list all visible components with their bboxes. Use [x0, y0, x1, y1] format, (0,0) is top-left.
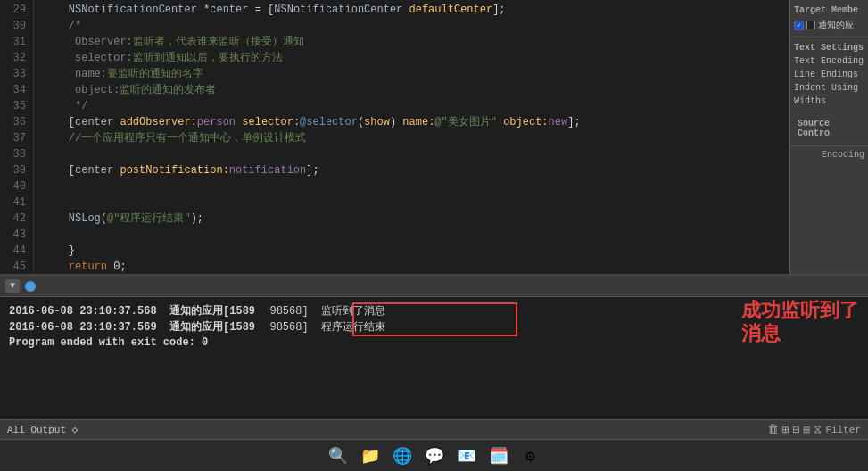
dock-icon-files[interactable]: 📁	[358, 443, 383, 468]
line-num-45: 45	[7, 259, 26, 274]
expand-icon[interactable]: ⊟	[793, 423, 800, 437]
code-line-35: */	[43, 98, 789, 114]
code-line-34: object:监听的通知的发布者	[43, 82, 789, 98]
line-num-32: 32	[7, 50, 26, 66]
code-line-30: /*	[43, 18, 789, 34]
code-line-32: selector:监听到通知以后，要执行的方法	[43, 50, 789, 66]
split-icon[interactable]: ⊞	[782, 423, 789, 437]
code-line-38	[43, 146, 789, 162]
notification-checkbox-row[interactable]: ✓ 通知的应	[794, 19, 864, 31]
console-area: ▼ 2016-06-08 23:10:37.568 通知的应用[1589 985…	[0, 274, 868, 439]
line-num-41: 41	[7, 194, 26, 211]
line-num-34: 34	[7, 82, 26, 98]
console-footer: All Output ◇ 🗑 ⊞ ⊟ ⊞ ⧖ Filter	[0, 419, 868, 439]
toggle-icon: ▼	[10, 281, 15, 291]
widths-row: Widths	[790, 95, 868, 108]
target-member-section: Target Membe ✓ 通知的应	[790, 0, 868, 37]
filter-icon[interactable]: ⧖	[814, 423, 822, 436]
console-toggle-button[interactable]: ▼	[5, 279, 20, 293]
console-toolbar: ▼	[0, 276, 868, 297]
line-num-42: 42	[7, 211, 26, 227]
code-line-36: [center addObserver:person selector:@sel…	[43, 114, 789, 130]
grid-icon[interactable]: ⊞	[804, 423, 811, 437]
line-num-36: 36	[7, 114, 26, 130]
editor-area: 29 30 31 32 33 34 35 36 37 38 39 40 41 4…	[0, 0, 789, 274]
text-encoding-row: Text Encoding	[790, 54, 868, 68]
line-num-38: 38	[7, 146, 26, 162]
code-line-43	[43, 227, 789, 243]
trash-icon[interactable]: 🗑	[767, 423, 779, 436]
dock-icon-settings[interactable]: ⚙️	[518, 443, 543, 468]
color-swatch	[806, 21, 815, 29]
text-settings-title: Text Settings	[790, 37, 868, 54]
output-text-3: Program ended with exit code: 0	[9, 336, 208, 349]
all-output-label[interactable]: All Output ◇	[7, 424, 78, 435]
output-text-2: 2016-06-08 23:10:37.569 通知的应用[1589	[9, 319, 255, 335]
code-line-37: //一个应用程序只有一个通知中心，单例设计模式	[43, 130, 789, 146]
line-num-40: 40	[7, 178, 26, 194]
checkmark-icon: ✓	[797, 21, 801, 29]
code-container: 29 30 31 32 33 34 35 36 37 38 39 40 41 4…	[0, 0, 789, 274]
filter-label[interactable]: Filter	[825, 425, 861, 435]
indent-using-row: Indent Using	[790, 81, 868, 95]
notification-checkbox[interactable]: ✓	[794, 21, 804, 30]
taskbar: 🔍 📁 🌐 💬 📧 🗓️ ⚙️	[0, 439, 868, 471]
widths-label: Widths	[794, 96, 826, 106]
target-member-title: Target Membe	[794, 5, 864, 15]
code-line-39: [center postNotification:notification];	[43, 162, 789, 178]
code-line-29: NSNotificationCenter *center = [NSNotifi…	[43, 2, 789, 18]
encoding-label: Encoding	[822, 150, 864, 160]
footer-left: All Output ◇	[7, 424, 78, 435]
main-area: 29 30 31 32 33 34 35 36 37 38 39 40 41 4…	[0, 0, 868, 274]
code-line-33: name:要监听的通知的名字	[43, 66, 789, 82]
code-line-45: return 0;	[43, 259, 789, 274]
footer-right: 🗑 ⊞ ⊟ ⊞ ⧖ Filter	[767, 423, 861, 437]
annotation-text: 成功监听到了消息	[741, 299, 859, 346]
line-num-37: 37	[7, 130, 26, 146]
dock-icon-calendar[interactable]: 🗓️	[486, 443, 511, 468]
line-num-44: 44	[7, 243, 26, 259]
text-settings-section: Text Settings Text Encoding Line Endings…	[790, 37, 868, 108]
line-num-29: 29	[7, 2, 26, 18]
console-output: 2016-06-08 23:10:37.568 通知的应用[1589 98568…	[0, 297, 868, 419]
dock-icon-finder[interactable]: 🔍	[326, 443, 351, 468]
code-line-41	[43, 194, 789, 211]
output-line-3: Program ended with exit code: 0	[9, 335, 859, 351]
dock-icon-mail[interactable]: 📧	[454, 443, 479, 468]
code-line-31: Observer:监听者，代表谁来监听（接受）通知	[43, 34, 789, 50]
console-status-dot	[25, 281, 36, 292]
highlight-box	[352, 302, 517, 336]
source-control-section: Source Contro	[790, 108, 868, 145]
code-line-42: NSLog(@"程序运行结束");	[43, 211, 789, 227]
code-line-40	[43, 178, 789, 194]
code-line-44: }	[43, 243, 789, 259]
text-encoding-label: Text Encoding	[794, 56, 864, 66]
line-num-43: 43	[7, 227, 26, 243]
line-numbers: 29 30 31 32 33 34 35 36 37 38 39 40 41 4…	[0, 0, 34, 274]
line-num-31: 31	[7, 34, 26, 50]
line-num-33: 33	[7, 66, 26, 82]
dock-icon-messages[interactable]: 💬	[422, 443, 447, 468]
line-num-35: 35	[7, 98, 26, 114]
indent-using-label: Indent Using	[794, 83, 858, 93]
code-lines[interactable]: NSNotificationCenter *center = [NSNotifi…	[34, 0, 789, 274]
line-endings-label: Line Endings	[794, 70, 858, 79]
line-num-30: 30	[7, 18, 26, 34]
right-panel: Target Membe ✓ 通知的应 Text Settings Text E…	[789, 0, 868, 274]
line-num-39: 39	[7, 162, 26, 178]
encoding-tab[interactable]: Encoding	[790, 145, 868, 163]
line-endings-row: Line Endings	[790, 68, 868, 81]
notification-label: 通知的应	[818, 19, 854, 31]
dock-icon-browser[interactable]: 🌐	[390, 443, 415, 468]
source-control-title: Source Contro	[794, 113, 864, 140]
output-text-1: 2016-06-08 23:10:37.568 通知的应用[1589	[9, 303, 255, 318]
